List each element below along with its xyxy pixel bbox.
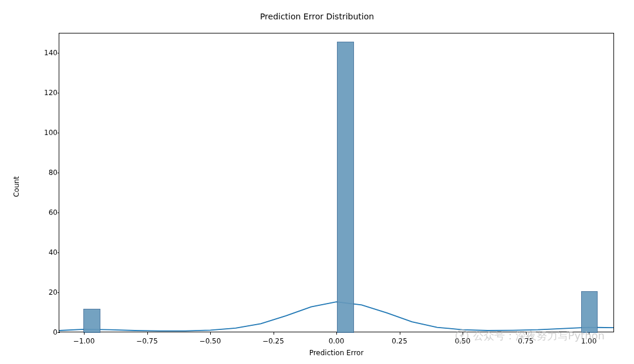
y-tick-label: 20 — [35, 288, 58, 296]
watermark-text: 公众号：深夜努力写Python — [473, 329, 605, 343]
x-tick-label: −0.25 — [262, 337, 284, 345]
x-tick-label: −1.00 — [73, 337, 95, 345]
y-tick-label: 0 — [35, 328, 58, 336]
wechat-icon: ✦ — [456, 329, 468, 342]
y-tick-label: 60 — [35, 208, 58, 217]
y-tick-label: 80 — [35, 168, 58, 177]
y-tick-label: 40 — [35, 248, 58, 257]
x-tick-label: −0.75 — [136, 337, 158, 345]
histogram-bar — [83, 309, 100, 333]
plot-area — [59, 33, 614, 332]
histogram-bar — [581, 291, 598, 333]
chart-container: Prediction Error Distribution Count 0204… — [0, 11, 634, 364]
y-tick-label: 100 — [35, 129, 58, 137]
x-tick-label: 0.25 — [392, 337, 407, 345]
histogram-bar — [337, 42, 354, 333]
watermark: ✦ 公众号：深夜努力写Python — [456, 329, 605, 343]
x-axis-label: Prediction Error — [309, 349, 364, 357]
y-tick-label: 120 — [35, 89, 58, 97]
y-axis: 020406080100120140 — [35, 33, 58, 332]
x-tick-label: 0.00 — [329, 337, 345, 345]
chart-title: Prediction Error Distribution — [0, 11, 634, 21]
y-axis-label: Count — [12, 176, 21, 197]
x-tick-label: −0.50 — [200, 337, 221, 345]
y-tick-label: 140 — [35, 49, 58, 57]
